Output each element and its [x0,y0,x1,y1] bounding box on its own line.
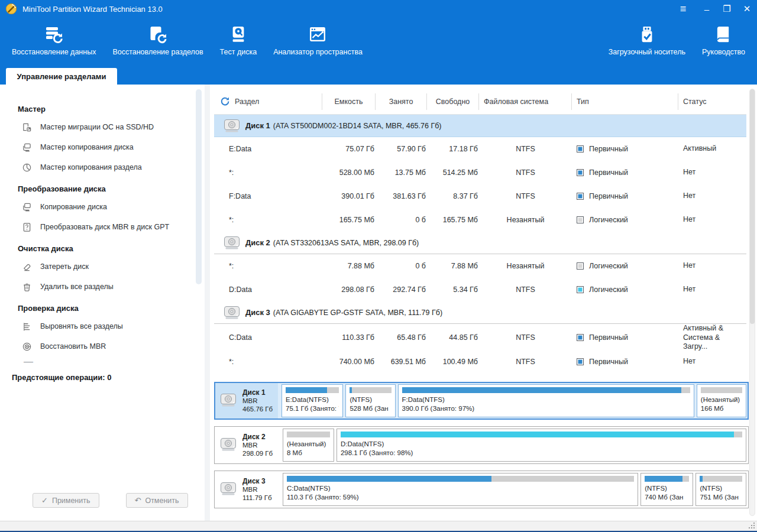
partition-block-label: (Незанятый) [701,395,742,404]
toolbar-item-disk-test[interactable]: Тест диска [212,24,266,56]
apply-button[interactable]: ✓ Применить [33,493,99,508]
column-header-6[interactable]: Тип [572,93,678,110]
cell-num: 65.48 Гб [376,333,427,342]
partition-row[interactable]: *:528.00 Мб13.75 Мб514.25 МбNTFSПервичны… [214,161,746,184]
table-header: РазделЕмкостьЗанятоСвободноФайловая сист… [214,89,746,115]
space-analyzer-icon [308,24,327,44]
sidebar-item[interactable]: Мастер копирования диска [18,137,210,157]
close-button[interactable]: ✕ [737,0,757,18]
undo-arrow-icon: ↶ [135,496,141,505]
refresh-icon[interactable] [220,96,230,106]
disk-map-info-text: Диск 3MBR111.79 Гб [242,477,271,502]
sidebar-scrollbar[interactable] [196,89,202,284]
cell-num: 7.88 Мб [427,262,479,270]
main-scrollbar[interactable] [749,89,755,516]
cell-status: Нет [678,192,746,201]
sidebar-item[interactable]: Мастер копирования раздела [18,157,210,177]
column-header-label: Файловая система [484,98,548,106]
partition-block[interactable]: (NTFS)751 Мб (Зан [695,473,746,506]
partition-block[interactable]: F:Data(NTFS)390.0 Гб (Занято: 97%) [398,384,694,417]
cell-num: 0 б [376,262,427,270]
partition-block[interactable]: (NTFS)528 Мб (Зан [345,384,395,417]
sidebar-item[interactable]: Выровнять все разделы [18,316,210,336]
partition-row[interactable]: D:Data298.08 Гб292.74 Гб5.34 ГбNTFSЛогич… [214,278,746,301]
column-header-4[interactable]: Свободно [427,93,479,110]
sidebar-section-title: Проверка диска [18,304,210,313]
toolbar-item-partition-recovery[interactable]: Восстановление разделов [104,24,211,56]
toolbar-item-bootable-media[interactable]: Загрузочный носитель [600,24,694,56]
maximize-button[interactable]: ❐ [717,0,737,18]
cell-type: Логический [572,216,678,224]
column-header-1[interactable]: Раздел [214,93,322,110]
minimize-button[interactable]: – [697,0,717,18]
disk-map-size: 298.09 Гб [242,449,273,458]
disk-group-row[interactable]: Диск 1(ATA ST500DM002-1BD14 SATA, MBR, 4… [214,115,746,137]
cell-num: 0 б [376,216,427,224]
cell-status: Активный [678,144,746,154]
sidebar-item[interactable]: Восстановить MBR [18,336,210,356]
data-recovery-icon [44,24,63,44]
disk-map-info[interactable]: Диск 2MBR298.09 Гб [216,429,279,462]
cell-name: D:Data [214,286,322,294]
main-scrollbar-thumb[interactable] [750,89,755,324]
partition-type-label: Логический [589,286,628,294]
partition-type-label: Логический [589,216,628,224]
usage-bar [350,387,391,393]
disk-map-scheme: MBR [242,441,273,449]
disk-map-row[interactable]: Диск 3MBR111.79 ГбC:Data(NTFS)110.3 Гб (… [214,471,749,508]
disk-group-row[interactable]: Диск 2(ATA ST3320613AS SATA, MBR, 298.09… [214,232,746,254]
partition-row[interactable]: F:Data390.01 Гб381.63 Гб8.37 ГбNTFSПерви… [214,184,746,208]
sidebar-item-label: Копирование диска [40,203,107,211]
cell-type: Логический [572,262,678,270]
toolbar-item-data-recovery[interactable]: Восстановление данных [4,24,104,56]
partition-row[interactable]: E:Data75.07 Гб57.90 Гб17.18 ГбNTFSПервич… [214,137,746,161]
disk-group-row[interactable]: Диск 3(ATA GIGABYTE GP-GSTF SATA, MBR, 1… [214,301,746,324]
column-header-7[interactable]: Статус [678,93,746,110]
apply-button-label: Применить [52,497,90,505]
toolbar-item-guide[interactable]: Руководство [694,24,753,56]
partition-row[interactable]: *:740.00 Мб639.51 Мб100.49 МбNTFSПервичн… [214,350,746,374]
cell-type: Первичный [572,358,678,366]
disk-map-scheme: MBR [242,397,273,405]
partition-block[interactable]: D:Data(NTFS)298.1 Гб (Занято: 98%) [337,429,746,462]
disk-drive-icon [220,482,238,497]
menu-icon[interactable]: ≡ [673,0,693,18]
disk-drive-icon [224,119,240,133]
disk-map-info[interactable]: Диск 1MBR465.76 Гб [215,383,278,419]
tab-partition-management[interactable]: Управление разделами [6,68,117,85]
partition-block[interactable]: (Незанятый)8 Мб [283,429,334,462]
disk-map-partitions: (Незанятый)8 МбD:Data(NTFS)298.1 Гб (Зан… [280,429,746,462]
sidebar-item[interactable]: Копирование диска [18,197,210,217]
partition-type-chip [577,193,584,200]
sidebar-item-label: Затереть диск [40,262,89,271]
sidebar-item[interactable]: Затереть диск [18,257,210,277]
cell-name: *: [214,168,322,177]
partition-block[interactable]: (Незанятый)166 Мб [697,384,746,417]
column-header-5[interactable]: Файловая система [479,93,572,110]
sidebar-item[interactable]: Удалить все разделы [18,277,210,297]
partition-block[interactable]: E:Data(NTFS)75.1 Гб (Занято: 7 [282,384,343,417]
resize-grip-icon[interactable] [753,527,755,528]
sidebar-section-title: Преобразование диска [18,184,210,193]
usage-bar [700,476,742,482]
partition-block[interactable]: C:Data(NTFS)110.3 Гб (Занято: 59%) [283,473,638,506]
undo-button[interactable]: ↶ Отменить [126,493,188,508]
guide-icon [714,24,732,44]
sidebar-item[interactable]: Преобразовать диск MBR в диск GPT [18,217,210,237]
partition-block[interactable]: (NTFS)740 Мб (Зан [640,473,693,506]
partition-row[interactable]: C:Data110.33 Гб65.48 Гб44.85 ГбNTFSПерви… [214,324,746,350]
partition-row[interactable]: *:165.75 Мб0 б165.75 МбНезанятыйЛогическ… [214,208,746,232]
disk-map-row[interactable]: Диск 1MBR465.76 ГбE:Data(NTFS)75.1 Гб (З… [214,382,749,420]
partition-type-chip [577,358,584,365]
partition-row[interactable]: *:7.88 Мб0 б7.88 МбНезанятыйЛогическийНе… [214,254,746,278]
column-header-2[interactable]: Емкость [322,93,376,110]
toolbar-item-space-analyzer[interactable]: Анализатор пространства [265,24,371,56]
column-header-3[interactable]: Занято [376,93,427,110]
usage-bar-fill [287,476,491,482]
disk-map-info[interactable]: Диск 3MBR111.79 Гб [216,473,279,506]
cell-status: Нет [678,261,746,271]
disk-map-row[interactable]: Диск 2MBR298.09 Гб(Незанятый)8 МбD:Data(… [214,426,749,464]
cell-fs: NTFS [479,192,572,200]
partition-type-label: Первичный [589,192,628,200]
sidebar-item[interactable]: Мастер миграции ОС на SSD/HD [18,117,210,137]
